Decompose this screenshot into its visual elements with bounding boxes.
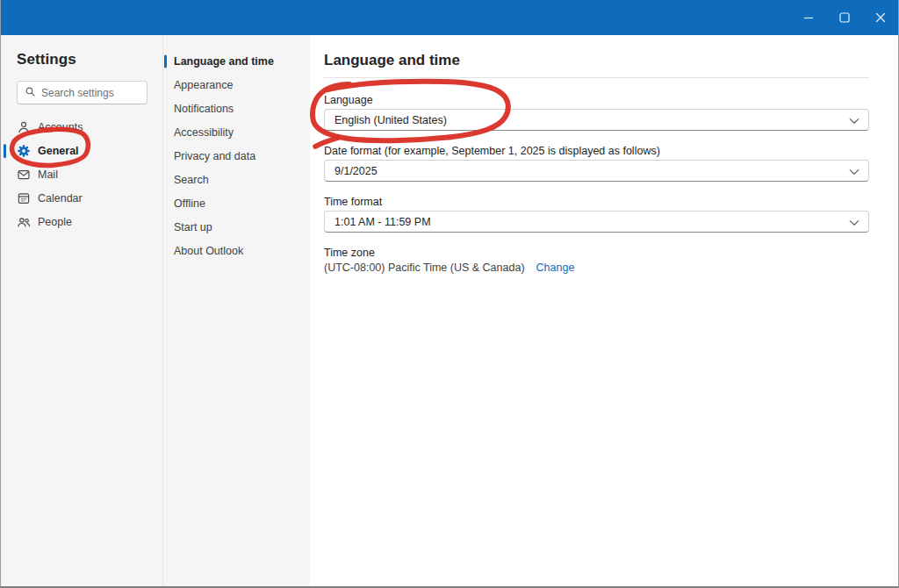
sidebar-item-accounts[interactable]: Accounts [1,115,162,139]
sidebar-item-people[interactable]: People [1,210,162,233]
language-dropdown[interactable]: English (United States) [324,109,869,131]
subnav-item-about-outlook[interactable]: About Outlook [163,239,310,262]
sidebar-item-general[interactable]: General [1,139,162,162]
subnav-item-appearance[interactable]: Appearance [163,73,310,97]
subnav-item-search[interactable]: Search [163,168,310,191]
language-label: Language [324,94,869,107]
selected-accent-bar [164,54,167,68]
subnav-item-language-and-time[interactable]: Language and time [163,49,310,73]
date-format-label: Date format (for example, September 1, 2… [324,145,869,158]
titlebar [1,0,898,35]
subnav-item-start-up[interactable]: Start up [163,215,310,239]
maximize-icon [839,12,850,23]
search-icon [25,85,41,101]
sidebar-item-label: Accounts [38,121,83,133]
settings-window: Settings Accounts [0,0,899,588]
page-title: Language and time [324,52,869,69]
people-icon [17,215,31,229]
time-zone-value: (UTC-08:00) Pacific Time (US & Canada) [324,262,525,275]
language-and-time-panel: Language and time Language English (Unit… [310,35,898,586]
title-divider [324,77,869,78]
general-subnav: Language and time Appearance Notificatio… [162,35,310,586]
selected-accent-bar [4,144,6,158]
search-settings-input[interactable] [41,87,140,99]
subnav-item-notifications[interactable]: Notifications [163,97,310,120]
close-button[interactable] [862,0,898,35]
mail-icon [17,168,31,182]
subnav-item-offline[interactable]: Offline [163,191,310,215]
chevron-down-icon [849,214,859,230]
time-zone-label: Time zone [324,247,869,260]
close-icon [875,12,886,23]
chevron-down-icon [849,112,859,128]
sidebar-item-label: People [38,216,72,228]
chevron-down-icon [849,163,859,179]
date-format-dropdown[interactable]: 9/1/2025 [324,160,869,182]
time-format-label: Time format [324,196,869,209]
sidebar-item-mail[interactable]: Mail [1,162,162,186]
subnav-item-accessibility[interactable]: Accessibility [163,120,310,144]
search-settings-box[interactable] [17,81,147,104]
time-zone-change-link[interactable]: Change [536,262,575,275]
sidebar-item-calendar[interactable]: Calendar [1,186,162,210]
minimize-button[interactable] [790,0,826,35]
sidebar-item-label: Mail [38,169,58,181]
person-icon [17,120,31,134]
settings-title: Settings [17,51,162,68]
sidebar-nav: Accounts [1,115,162,233]
sidebar-item-label: Calendar [38,192,83,204]
calendar-icon [17,191,31,205]
sidebar-item-label: General [38,145,79,157]
settings-sidebar: Settings Accounts [1,35,162,586]
maximize-button[interactable] [826,0,862,35]
minimize-icon [803,12,814,23]
subnav-item-privacy-and-data[interactable]: Privacy and data [163,144,310,168]
gear-icon [17,144,31,158]
time-format-dropdown[interactable]: 1:01 AM - 11:59 PM [324,211,869,233]
